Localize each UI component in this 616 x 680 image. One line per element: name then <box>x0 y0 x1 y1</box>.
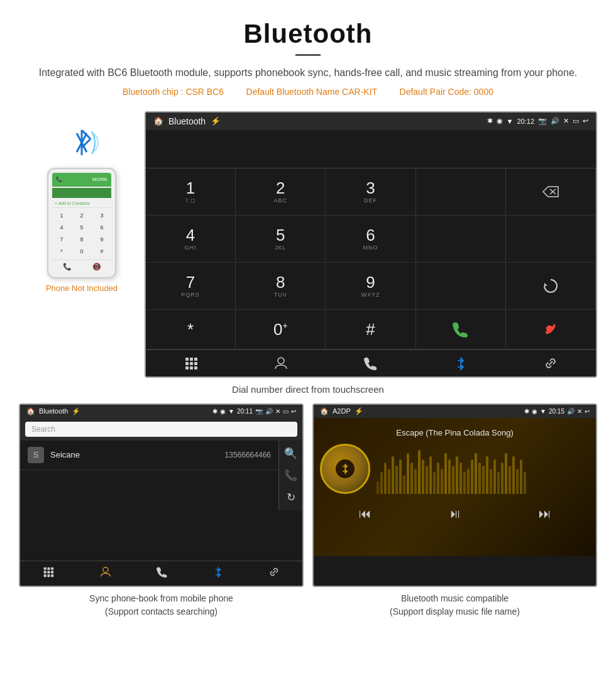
page-header: Bluetooth Integrated with BC6 Bluetooth … <box>0 0 616 105</box>
music-status-left: 🏠 A2DP ⚡ <box>320 407 363 415</box>
svg-rect-26 <box>48 571 50 573</box>
status-left: 🏠 Bluetooth ⚡ <box>153 116 221 126</box>
dialer-backspace[interactable] <box>506 168 596 216</box>
music-caption-text: Bluetooth music compatible(Support displ… <box>390 593 520 617</box>
dialer-empty-2 <box>416 216 506 263</box>
pb-refresh-icon[interactable]: ↻ <box>287 491 295 504</box>
pb-contact-number: 13566664466 <box>225 451 271 459</box>
dialer-key-8[interactable]: 8 TUV <box>236 263 326 310</box>
music-prev[interactable]: ⏮ <box>359 507 371 521</box>
bottom-contacts-icon[interactable] <box>236 356 326 370</box>
phone-illustration: 📞 MORE + Add to Contacts 1 2 3 4 5 6 7 8… <box>19 111 145 293</box>
phone-key-3: 3 <box>92 211 111 221</box>
pb-status-right: ✱ ◉ ▼ 20:11 📷 🔊 ✕ ▭ ↩ <box>212 408 296 415</box>
pb-bottom-keypad[interactable] <box>43 566 54 581</box>
pb-search-box[interactable]: Search <box>25 422 297 437</box>
header-description: Integrated with BC6 Bluetooth module, su… <box>38 65 578 81</box>
dialer-call-button[interactable] <box>416 310 506 349</box>
dialer-key-hash[interactable]: # <box>326 310 415 349</box>
chip-spec: Bluetooth chip : CSR BC6 <box>123 87 224 97</box>
svg-rect-23 <box>48 568 50 570</box>
pb-search-icon[interactable]: 🔍 <box>284 447 297 460</box>
phone-key-4: 4 <box>52 222 71 233</box>
dialer-key-1[interactable]: 1 ⌇ ◻ <box>146 168 236 216</box>
music-art-area <box>320 444 590 494</box>
pb-bt-icon: ✱ <box>212 408 217 415</box>
music-play-pause[interactable]: ⏯ <box>449 507 461 521</box>
music-status-bar: 🏠 A2DP ⚡ ✱ ◉ ▼ 20:15 🔊 ✕ ↩ <box>314 405 596 418</box>
dialer-redial[interactable] <box>506 263 596 310</box>
dialer-key-4[interactable]: 4 GHI <box>146 216 236 263</box>
svg-point-31 <box>103 568 108 573</box>
svg-rect-22 <box>44 568 47 570</box>
dialer-key-5[interactable]: 5 JKL <box>236 216 326 263</box>
dialer-key-6[interactable]: 6 MNO <box>326 216 415 263</box>
location-icon: ◉ <box>497 117 503 125</box>
phone-end-icon: 📵 <box>92 263 101 271</box>
pb-window-icon: ▭ <box>283 408 289 415</box>
svg-rect-10 <box>190 358 193 361</box>
music-location-icon: ◉ <box>532 408 537 415</box>
music-wifi-icon: ▼ <box>540 408 546 415</box>
pb-bottom-link[interactable] <box>268 566 280 581</box>
bottom-link-icon[interactable] <box>506 356 596 370</box>
dialer-empty-3 <box>506 216 596 263</box>
status-time: 20:12 <box>517 118 534 125</box>
wifi-icon: ▼ <box>507 118 514 125</box>
phone-key-9: 9 <box>92 234 111 245</box>
bottom-calls-icon[interactable] <box>326 356 415 370</box>
dialer-key-2[interactable]: 2 ABC <box>236 168 326 216</box>
bottom-keypad-icon[interactable] <box>146 356 236 370</box>
music-home-icon: 🏠 <box>320 407 329 415</box>
svg-rect-28 <box>44 574 47 577</box>
phone-add-contact-label: + Add to Contacts <box>52 199 111 208</box>
phone-key-1: 1 <box>52 211 71 221</box>
music-song-title: Escape (The Pina Colada Song) <box>396 428 513 437</box>
dialer-end-button[interactable] <box>506 310 596 349</box>
dialer-key-9[interactable]: 9 WXYZ <box>326 263 415 310</box>
status-right: ✱ ◉ ▼ 20:12 📷 🔊 ✕ ▭ ↩ <box>487 117 588 125</box>
music-screen: 🏠 A2DP ⚡ ✱ ◉ ▼ 20:15 🔊 ✕ ↩ Escape (The P… <box>312 403 597 587</box>
close-icon: ✕ <box>563 117 569 125</box>
pb-wifi-icon: ▼ <box>228 408 234 415</box>
svg-point-18 <box>278 358 284 364</box>
status-title: Bluetooth <box>168 116 206 126</box>
svg-rect-16 <box>190 366 193 370</box>
music-disc <box>320 444 370 494</box>
svg-rect-25 <box>44 571 47 573</box>
camera-icon: 📷 <box>538 117 547 125</box>
dialer-key-7[interactable]: 7 PQRS <box>146 263 236 310</box>
music-caption: Bluetooth music compatible(Support displ… <box>312 592 597 618</box>
back-icon: ↩ <box>583 117 588 125</box>
pb-right-icons: 🔍 📞 ↻ <box>278 441 302 510</box>
dialer-display <box>146 130 596 168</box>
pb-contact-row[interactable]: S Seicane 13566664466 <box>20 441 278 470</box>
bottom-bluetooth-icon[interactable] <box>416 356 506 370</box>
phone-key-0: 0 <box>72 246 91 257</box>
svg-rect-11 <box>194 358 197 361</box>
dialer-key-star[interactable]: * <box>146 310 236 349</box>
phone-key-7: 7 <box>52 234 71 245</box>
pb-camera-icon: 📷 <box>255 408 263 415</box>
phone-key-6: 6 <box>92 222 111 233</box>
title-divider <box>295 54 321 56</box>
music-next[interactable]: ⏭ <box>539 507 551 521</box>
window-icon: ▭ <box>573 117 579 125</box>
music-controls: ⏮ ⏯ ⏭ <box>320 507 590 525</box>
pb-bottom-calls[interactable] <box>157 566 168 581</box>
dialer-key-0[interactable]: 0+ <box>236 310 326 349</box>
dialer-screen: 🏠 Bluetooth ⚡ ✱ ◉ ▼ 20:12 📷 🔊 ✕ ▭ ↩ <box>145 111 597 378</box>
phone-keypad: 1 2 3 4 5 6 7 8 9 * 0 # <box>52 211 111 257</box>
pb-call-icon[interactable]: 📞 <box>284 469 297 482</box>
phonebook-caption-text: Sync phone-book from mobile phone(Suppor… <box>89 593 233 617</box>
phone-mockup: 📞 MORE + Add to Contacts 1 2 3 4 5 6 7 8… <box>47 168 116 278</box>
phone-key-2: 2 <box>72 211 91 221</box>
music-vol-icon: 🔊 <box>567 408 575 415</box>
pb-bottom-contacts[interactable] <box>100 566 111 581</box>
pb-bottom-bt[interactable] <box>214 566 223 581</box>
pb-close-icon: ✕ <box>275 408 280 415</box>
middle-row: 📞 MORE + Add to Contacts 1 2 3 4 5 6 7 8… <box>0 111 616 378</box>
pb-volume-icon: 🔊 <box>265 408 273 415</box>
svg-rect-9 <box>185 358 189 361</box>
dialer-key-3[interactable]: 3 DEF <box>326 168 415 216</box>
